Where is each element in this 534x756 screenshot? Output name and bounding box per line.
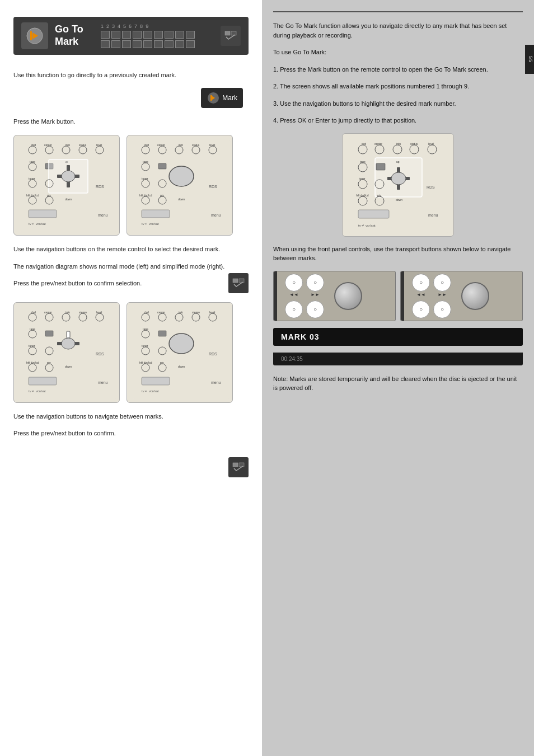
prev-next-icon-display: [228, 262, 249, 293]
remote-3-svg: dvd center info stereo level tape: [18, 307, 118, 399]
right-text-5: 3. Use the navigation buttons to highlig…: [273, 99, 523, 109]
remote-4-svg: dvd center info stereo level tape tuner: [132, 307, 231, 399]
right-column: 55 The Go To Mark function allows you to…: [262, 0, 534, 756]
text-block-4: The navigation diagram shows normal mode…: [13, 262, 249, 271]
panel-btn-white-3: ○: [285, 300, 303, 318]
svg-text:pty: pty: [160, 194, 164, 197]
svg-rect-62: [142, 210, 170, 218]
text-block-5: Press the prev/next button to confirm se…: [13, 279, 249, 288]
panel-knob-1: [334, 282, 362, 310]
svg-rect-2: [225, 31, 230, 35]
svg-rect-23: [67, 182, 70, 187]
front-panel-1: ○ ◄◄ ○ ►► ○: [273, 271, 396, 321]
right-text-7: When using the front panel controls, use…: [273, 245, 523, 263]
confirm-icon-svg: [224, 29, 237, 43]
svg-text:center: center: [44, 143, 52, 147]
right-remote-diagram-wrap: dvd center info status level tape up: [273, 133, 523, 237]
svg-text:dvd: dvd: [144, 311, 149, 314]
svg-text:RDS: RDS: [209, 185, 217, 189]
svg-rect-112: [158, 331, 166, 336]
svg-text:pty: pty: [160, 361, 164, 364]
svg-point-53: [169, 166, 194, 186]
right-text-3: 1. Press the Mark button on the remote c…: [273, 65, 523, 74]
remote-diagrams-row2: dvd center info stereo level tape: [13, 302, 249, 403]
svg-text:tape: tape: [30, 160, 35, 163]
svg-rect-67: [239, 279, 244, 283]
svg-text:dvd: dvd: [362, 142, 366, 145]
panel-strip-1: [274, 271, 277, 321]
svg-text:hifi dvd/cd: hifi dvd/cd: [139, 361, 152, 364]
svg-text:info: info: [65, 143, 70, 147]
svg-text:center: center: [157, 143, 165, 147]
panel-btn-item-8: ○: [433, 300, 451, 318]
svg-text:level: level: [209, 311, 215, 314]
svg-point-86: [62, 338, 75, 349]
svg-text:RDS: RDS: [96, 352, 104, 356]
svg-point-26: [62, 171, 75, 182]
svg-text:center: center: [157, 311, 165, 314]
prev-next-icon-bottom: [228, 446, 249, 477]
svg-text:level: level: [96, 143, 102, 147]
svg-text:tuner: tuner: [29, 177, 35, 180]
panel-btn-item-5: ○ ◄◄: [412, 274, 430, 297]
svg-text:down: down: [178, 365, 185, 368]
mark-button-label: Mark: [222, 94, 237, 102]
top-divider: [273, 11, 523, 12]
goto-mark-icon: [21, 22, 48, 49]
page-tab: 55: [525, 45, 534, 74]
svg-text:level: level: [209, 143, 215, 147]
svg-text:menu: menu: [98, 213, 108, 217]
panel-btn-white-4: ○: [306, 300, 324, 318]
panel-btn-label-5: ◄◄: [416, 292, 425, 297]
svg-text:status: status: [192, 143, 200, 147]
svg-text:RDS: RDS: [427, 185, 435, 189]
svg-rect-1: [30, 31, 32, 40]
svg-point-113: [169, 334, 194, 354]
right-remote-svg: dvd center info status level tape up: [347, 138, 450, 233]
goto-checkboxes-top: [101, 31, 214, 39]
svg-rect-127: [239, 463, 244, 467]
svg-text:info: info: [65, 311, 70, 314]
svg-text:status: status: [79, 143, 87, 147]
goto-mark-display: Go To Mark 1 2 3 4 5 6 7 8 9: [13, 17, 249, 55]
svg-text:dvd: dvd: [31, 311, 36, 314]
svg-text:stereo: stereo: [79, 311, 87, 314]
svg-text:tape: tape: [143, 327, 148, 331]
svg-text:tv ↵ vcr/sat: tv ↵ vcr/sat: [29, 222, 46, 226]
mark-button-icon: [207, 91, 220, 105]
svg-text:tv ↵ vcr/sat: tv ↵ vcr/sat: [142, 389, 159, 393]
svg-rect-81: [45, 331, 53, 336]
prev-next-bottom-svg: [232, 461, 245, 474]
svg-text:level: level: [428, 142, 434, 145]
svg-text:status: status: [410, 142, 418, 145]
svg-rect-52: [158, 163, 166, 169]
svg-text:hifi dvd/cd: hifi dvd/cd: [139, 194, 152, 197]
right-text-2: To use Go To Mark:: [273, 48, 523, 57]
svg-rect-95: [29, 377, 57, 385]
panel-knob-2: [461, 282, 489, 310]
panel-btn-label-2: ►►: [311, 292, 320, 297]
svg-point-148: [391, 172, 406, 185]
svg-text:hifi dvd/cd: hifi dvd/cd: [26, 361, 39, 364]
remote-diagrams-row1: dvd center info status level tape up: [13, 135, 249, 236]
svg-rect-142: [376, 163, 385, 170]
remote-simplified-svg: dvd center info status level tape: [132, 140, 231, 232]
goto-confirm-icon[interactable]: [221, 26, 241, 46]
panel-btn-white-5: ○: [412, 274, 430, 292]
svg-text:dvd: dvd: [31, 143, 36, 147]
svg-text:tape: tape: [360, 160, 366, 163]
right-text-6: 4. Press OK or Enter to jump directly to…: [273, 116, 523, 125]
svg-text:tv ↵ vcr/sat: tv ↵ vcr/sat: [142, 222, 159, 226]
svg-text:menu: menu: [98, 381, 108, 384]
svg-text:tv ↵ vcr/sat: tv ↵ vcr/sat: [29, 389, 46, 393]
svg-text:pty: pty: [47, 194, 51, 197]
panel-buttons-grid-2: ○ ◄◄ ○ ►► ○: [412, 274, 451, 318]
goto-numbers-row: 1 2 3 4 5 6 7 8 9: [101, 24, 214, 29]
panel-content-1: ○ ◄◄ ○ ►► ○: [278, 274, 391, 318]
svg-rect-35: [29, 210, 57, 218]
panel-btn-item-7: ○: [412, 300, 430, 318]
text-block-7: Press the prev/next button to confirm.: [13, 429, 249, 438]
panel-btn-white-6: ○: [433, 274, 451, 292]
right-text-1: The Go To Mark function allows you to na…: [273, 21, 523, 40]
remote-normal-svg: dvd center info status level tape up: [18, 140, 118, 232]
